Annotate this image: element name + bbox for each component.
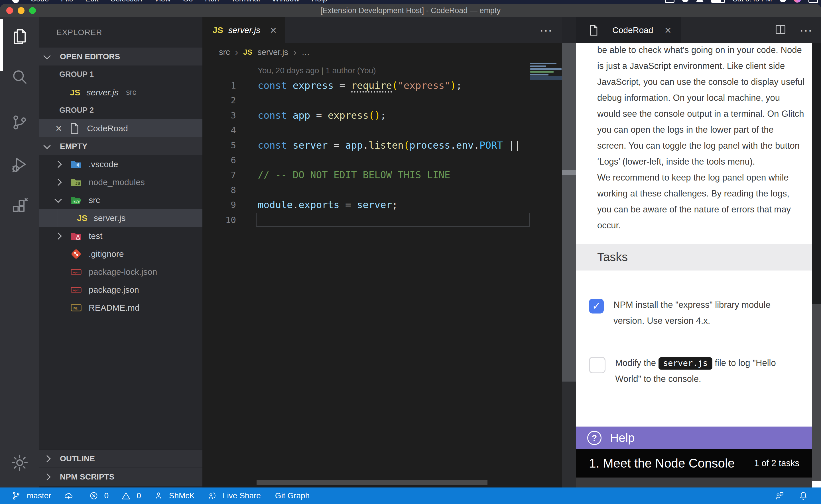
svg-text:npm: npm [73, 288, 79, 292]
open-editors-group-label: GROUP 1 [39, 65, 202, 83]
status-0[interactable]: 0 [89, 491, 109, 501]
status-git-graph[interactable]: Git Graph [275, 491, 310, 500]
breadcrumb-item[interactable]: … [302, 48, 310, 57]
svg-text:JS: JS [75, 181, 80, 186]
menu-edit[interactable]: Edit [79, 0, 105, 3]
menu-help[interactable]: Help [305, 0, 333, 3]
section-outline[interactable]: OUTLINE [39, 449, 202, 468]
editor-actions-button[interactable]: ⋯ [539, 17, 552, 43]
lesson-title: 1. Meet the Node Console [589, 456, 735, 470]
status-live-share[interactable]: Live Share [207, 491, 261, 501]
warning-icon [121, 491, 134, 501]
activity-extensions[interactable] [10, 197, 29, 216]
code-area[interactable]: 1const express = require("express");23co… [202, 78, 562, 227]
section-npm-scripts[interactable]: NPM SCRIPTS [39, 468, 202, 486]
vscode-window: [Extension Development Host] - CodeRoad … [0, 4, 821, 504]
code-line-8[interactable]: 8 [202, 183, 562, 197]
activity-explorer[interactable] [10, 27, 29, 46]
control-center-icon[interactable] [808, 0, 818, 3]
code-line-7[interactable]: 7// -- DO NOT EDIT BELOW THIS LINE [202, 167, 562, 182]
sash-handle[interactable] [562, 170, 576, 175]
tab-coderoad[interactable]: CodeRoad × [576, 17, 681, 43]
code-line-4[interactable]: 4 [202, 123, 562, 138]
menu-run[interactable]: Run [199, 0, 225, 3]
tree-item--vscode[interactable]: .vscode [39, 155, 202, 173]
code-line-3[interactable]: 3const app = express(); [202, 108, 562, 123]
close-tab-icon[interactable]: × [665, 24, 671, 36]
liveshare-icon [207, 491, 220, 501]
test-icon [70, 230, 82, 242]
tab-server-js[interactable]: JS server.js × [202, 17, 285, 43]
tree-item-src[interactable]: </>src [39, 191, 202, 209]
tree-item-node-modules[interactable]: JSnode_modules [39, 173, 202, 191]
horizontal-scrollbar[interactable] [257, 480, 487, 485]
menu-view[interactable]: View [148, 0, 177, 3]
split-editor-icon[interactable] [774, 23, 787, 37]
lesson-footer[interactable]: 1. Meet the Node Console 1 of 2 tasks [576, 449, 812, 478]
gear-icon[interactable] [10, 453, 29, 472]
help-bar[interactable]: ? Help [576, 427, 812, 449]
status-0[interactable]: 0 [121, 491, 141, 501]
status-master[interactable]: master [11, 491, 51, 501]
section-open-editors[interactable]: OPEN EDITORS [39, 48, 202, 65]
code-line-2[interactable]: 2 [202, 93, 562, 108]
display-icon[interactable] [665, 0, 675, 3]
tree-item-package-json[interactable]: npmpackage.json [39, 281, 202, 299]
breadcrumb-item[interactable]: server.js [258, 48, 288, 57]
code-text: const server = app.listen(process.env.PO… [258, 138, 520, 153]
code-line-5[interactable]: 5const server = app.listen(process.env.P… [202, 138, 562, 153]
menu-file[interactable]: File [55, 0, 79, 3]
code-line-1[interactable]: 1const express = require("express"); [202, 78, 562, 93]
status-label: Live Share [223, 491, 261, 500]
tree-item-test[interactable]: test [39, 227, 202, 245]
breadcrumb-item[interactable]: src [219, 48, 230, 57]
open-editor-server-js[interactable]: JSserver.jssrc [39, 83, 202, 101]
explorer-sidebar: EXPLORER OPEN EDITORSGROUP 1JSserver.jss… [39, 17, 202, 487]
siri-icon[interactable] [794, 0, 801, 3]
tree-item-readme-md[interactable]: M↓README.md [39, 299, 202, 317]
chevron-down-icon [43, 52, 50, 59]
menu-code[interactable]: Code [24, 0, 55, 3]
bell-icon[interactable] [798, 491, 808, 501]
apple-logo-icon[interactable] [12, 0, 19, 3]
task-text: NPM install the "express" library module… [613, 297, 771, 329]
menu-selection[interactable]: Selection [105, 0, 148, 3]
editor-sash[interactable] [562, 17, 576, 487]
checkbox-unchecked[interactable] [589, 357, 605, 373]
checkbox-checked[interactable]: ✓ [589, 299, 604, 314]
section-folder-empty[interactable]: EMPTY [39, 137, 202, 155]
menu-clock[interactable]: Sat 5:45 PM [733, 0, 772, 3]
activity-run-and-debug[interactable] [10, 155, 29, 174]
tree-item-server-js[interactable]: JSserver.js [39, 209, 202, 227]
status-cloud[interactable] [64, 491, 76, 501]
activity-search[interactable] [10, 67, 29, 86]
code-line-9[interactable]: 9module.exports = server; [202, 197, 562, 212]
webview-scrollbar[interactable] [812, 43, 821, 487]
scrollbar-thumb[interactable] [812, 304, 821, 481]
menu-terminal[interactable]: Terminal [225, 0, 266, 3]
breadcrumb[interactable]: src›JSserver.js›… [219, 43, 310, 61]
editor-tab-bar: JS server.js × ⋯ [202, 17, 562, 43]
tree-item-package-lock-json[interactable]: npmpackage-lock.json [39, 263, 202, 281]
status-shmck[interactable]: ShMcK [154, 491, 195, 501]
breadcrumb-separator: › [293, 47, 297, 58]
battery-icon[interactable] [711, 0, 725, 3]
open-editor-coderoad[interactable]: ×CodeRoad [39, 119, 202, 137]
close-tab-icon[interactable]: × [270, 24, 277, 36]
spotlight-icon[interactable] [779, 0, 786, 2]
file-name: server.js [87, 88, 118, 97]
activity-source-control[interactable] [10, 113, 29, 132]
feedback-icon[interactable] [774, 491, 785, 501]
code-line-10[interactable]: 10 [202, 212, 562, 227]
minimap[interactable] [530, 63, 562, 103]
shield-icon[interactable] [682, 0, 689, 2]
more-actions-icon[interactable]: ⋯ [799, 22, 812, 38]
menu-window[interactable]: Window [266, 0, 305, 3]
menu-go[interactable]: Go [177, 0, 199, 3]
code-line-6[interactable]: 6 [202, 153, 562, 167]
git-icon [70, 248, 82, 260]
play-icon[interactable] [696, 0, 704, 2]
tree-item--gitignore[interactable]: .gitignore [39, 245, 202, 263]
open-editors-group-label: GROUP 2 [39, 101, 202, 119]
close-icon[interactable]: × [56, 123, 62, 134]
